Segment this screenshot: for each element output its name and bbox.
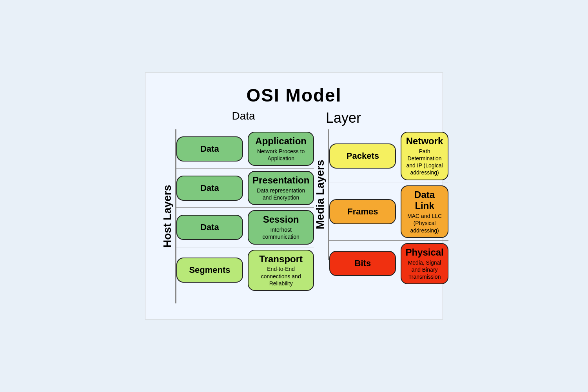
layer-pill: ApplicationNetwork Process to Applicatio… <box>248 132 314 166</box>
layer-name: Session <box>263 214 299 225</box>
main-title: OSI Model <box>161 85 427 106</box>
layer-column-header: Layer <box>283 110 404 126</box>
layer-name: Presentation <box>252 175 309 186</box>
layer-row: FramesData LinkMAC and LLC (Physical add… <box>329 183 448 241</box>
column-headers: Data Layer <box>204 110 427 126</box>
rows-col: DataApplicationNetwork Process to Applic… <box>176 129 314 303</box>
data-unit-pill: Bits <box>329 251 396 276</box>
layer-pill: PresentationData representation and Encr… <box>248 171 314 205</box>
layer-row: SegmentsTransportEnd-to-End connections … <box>176 247 314 293</box>
group-label-col: Media Layers <box>314 129 329 303</box>
rows-col: PacketsNetworkPath Determination and IP … <box>329 129 448 303</box>
layer-pill: TransportEnd-to-End connections and Reli… <box>248 250 314 291</box>
layer-name: Data Link <box>405 189 443 212</box>
layer-row: DataPresentationData representation and … <box>176 169 314 208</box>
layer-row: DataSessionInterhost communication <box>176 208 314 247</box>
data-unit-pill: Data <box>176 215 243 240</box>
layers-area: Host LayersDataApplicationNetwork Proces… <box>161 129 427 303</box>
layer-name: Transport <box>259 254 303 265</box>
data-unit-pill: Data <box>176 176 243 201</box>
layer-pill: SessionInterhost communication <box>248 210 314 244</box>
data-unit-pill: Segments <box>176 258 243 283</box>
layer-desc: Data representation and Encryption <box>252 187 309 201</box>
data-unit-pill: Packets <box>329 143 396 169</box>
layer-row: PacketsNetworkPath Determination and IP … <box>329 129 448 183</box>
layer-name: Application <box>255 136 307 147</box>
layer-desc: End-to-End connections and Reliability <box>252 265 309 287</box>
layer-name: Network <box>406 136 443 147</box>
data-column-header: Data <box>204 110 283 126</box>
layer-pill: NetworkPath Determination and IP (Logica… <box>401 132 448 180</box>
layer-desc: Media, Signal and Binary Transmission <box>405 259 443 281</box>
layer-desc: Interhost communication <box>252 226 309 240</box>
data-unit-pill: Frames <box>329 199 396 224</box>
group-label: Host Layers <box>161 129 176 303</box>
osi-diagram: OSI Model Data Layer Host LayersDataAppl… <box>145 73 443 319</box>
layer-name: Physical <box>405 247 443 258</box>
layer-desc: MAC and LLC (Physical addressing) <box>405 212 443 234</box>
layer-desc: Path Determination and IP (Logical addre… <box>405 148 443 176</box>
group-label: Media Layers <box>314 129 329 260</box>
layer-row: DataApplicationNetwork Process to Applic… <box>176 129 314 169</box>
data-unit-pill: Data <box>176 136 243 162</box>
layer-desc: Network Process to Application <box>252 148 309 162</box>
group-label-col: Host Layers <box>161 129 176 303</box>
layer-row: BitsPhysicalMedia, Signal and Binary Tra… <box>329 241 448 287</box>
layer-pill: PhysicalMedia, Signal and Binary Transmi… <box>401 243 448 284</box>
layer-pill: Data LinkMAC and LLC (Physical addressin… <box>401 185 448 238</box>
